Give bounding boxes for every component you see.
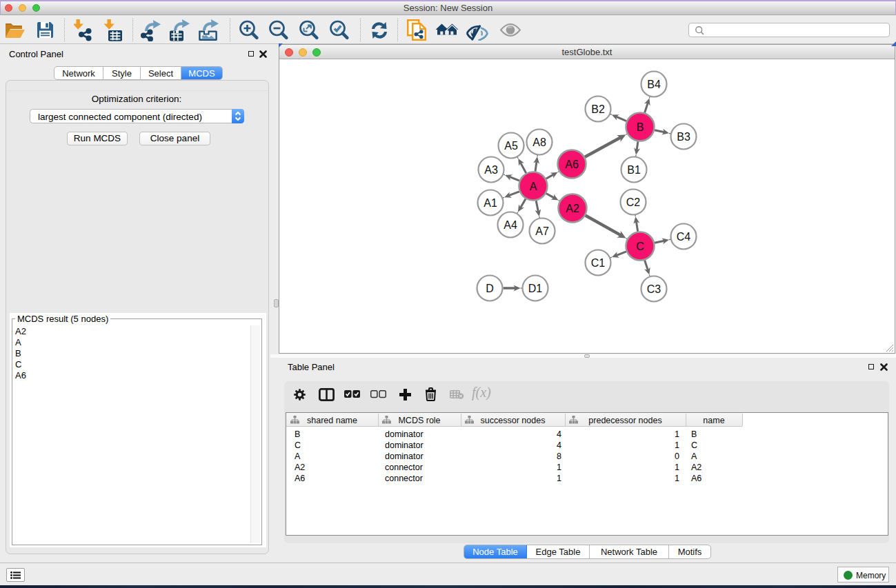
svg-text:D1: D1 [528,283,543,294]
svg-text:A6: A6 [565,159,579,170]
svg-text:B1: B1 [627,164,641,176]
svg-text:B4: B4 [647,79,661,90]
svg-text:C3: C3 [647,283,661,295]
svg-text:A5: A5 [504,140,518,152]
svg-text:C2: C2 [626,196,641,208]
svg-text:B2: B2 [591,103,605,115]
svg-text:A2: A2 [566,203,579,214]
svg-text:B: B [637,121,644,133]
svg-text:D: D [486,283,494,294]
svg-text:C4: C4 [677,231,691,243]
svg-text:A: A [530,181,537,192]
svg-text:A8: A8 [532,136,546,148]
svg-text:C: C [636,241,644,252]
svg-text:A3: A3 [484,164,498,176]
svg-text:A7: A7 [535,225,549,237]
svg-text:C1: C1 [591,257,606,269]
svg-text:B3: B3 [677,131,690,143]
svg-text:A1: A1 [484,197,497,209]
svg-text:A4: A4 [504,219,517,231]
